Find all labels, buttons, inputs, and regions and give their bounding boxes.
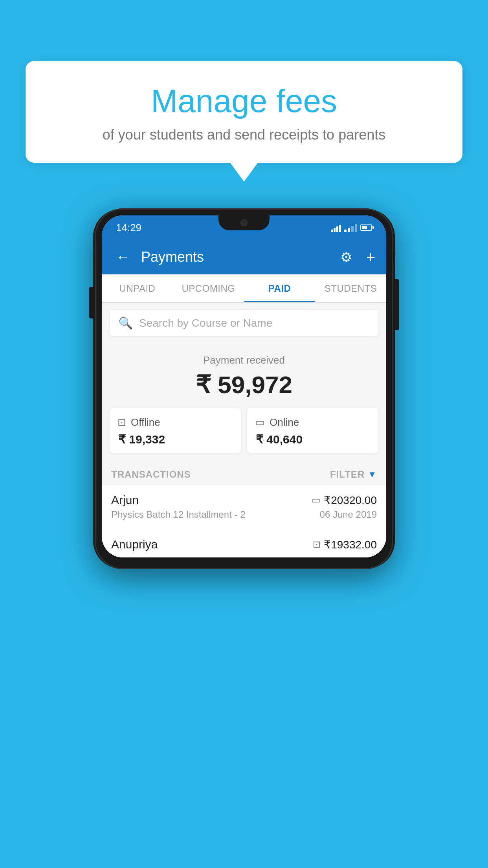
card-payment-icon: ▭ bbox=[312, 495, 321, 506]
status-time: 14:29 bbox=[116, 222, 141, 234]
tabs-bar: UNPAID UPCOMING PAID STUDENTS bbox=[102, 274, 386, 303]
status-bar: 14:29 bbox=[102, 215, 386, 240]
back-button[interactable]: ← bbox=[113, 246, 133, 268]
online-label: Online bbox=[270, 416, 299, 428]
amount-wrap-anupriya: ⊡ ₹19332.00 bbox=[313, 538, 377, 551]
transactions-label: TRANSACTIONS bbox=[111, 469, 191, 480]
search-placeholder: Search by Course or Name bbox=[139, 317, 272, 329]
phone-device: 14:29 bbox=[95, 208, 393, 569]
tab-unpaid[interactable]: UNPAID bbox=[102, 274, 173, 302]
online-amount: ₹ 40,640 bbox=[255, 432, 371, 446]
tab-paid[interactable]: PAID bbox=[244, 274, 315, 302]
notch bbox=[218, 215, 270, 230]
online-card: ▭ Online ₹ 40,640 bbox=[247, 408, 378, 453]
filter-icon: ▼ bbox=[368, 469, 377, 480]
transaction-date: 06 June 2019 bbox=[320, 509, 377, 520]
tab-upcoming[interactable]: UPCOMING bbox=[173, 274, 244, 302]
transaction-bottom-arjun: Physics Batch 12 Installment - 2 06 June… bbox=[111, 509, 377, 520]
transaction-top-anupriya: Anupriya ⊡ ₹19332.00 bbox=[111, 538, 377, 551]
signal-icon bbox=[344, 223, 357, 232]
background: Manage fees of your students and send re… bbox=[0, 0, 488, 868]
search-container: 🔍 Search by Course or Name bbox=[102, 303, 386, 343]
phone-body: 14:29 bbox=[95, 208, 393, 569]
header-title: Payments bbox=[141, 249, 332, 265]
cash-payment-icon: ⊡ bbox=[313, 539, 321, 550]
search-icon: 🔍 bbox=[118, 316, 133, 330]
transaction-name: Anupriya bbox=[111, 538, 158, 551]
table-row[interactable]: Arjun ▭ ₹20320.00 Physics Batch 12 Insta… bbox=[102, 485, 386, 529]
settings-icon[interactable]: ⚙ bbox=[340, 249, 352, 265]
speech-bubble: Manage fees of your students and send re… bbox=[26, 61, 462, 163]
payment-summary: Payment received ₹ 59,972 bbox=[102, 343, 386, 408]
filter-label: FILTER bbox=[330, 469, 365, 480]
phone-screen: 14:29 bbox=[102, 215, 386, 557]
amount-wrap-arjun: ▭ ₹20320.00 bbox=[312, 494, 377, 507]
cards-row: ⊡ Offline ₹ 19,332 ▭ Online ₹ 40,640 bbox=[102, 408, 386, 463]
offline-label: Offline bbox=[131, 416, 160, 428]
payment-label: Payment received bbox=[110, 354, 378, 366]
payment-amount: ₹ 59,972 bbox=[110, 370, 378, 399]
online-icon: ▭ bbox=[255, 416, 265, 428]
transaction-name: Arjun bbox=[111, 493, 139, 507]
wifi-icon bbox=[331, 223, 341, 232]
bubble-subtitle: of your students and send receipts to pa… bbox=[49, 127, 439, 143]
online-card-header: ▭ Online bbox=[255, 416, 371, 428]
camera bbox=[240, 219, 248, 226]
table-row[interactable]: Anupriya ⊡ ₹19332.00 bbox=[102, 529, 386, 557]
transaction-list: Arjun ▭ ₹20320.00 Physics Batch 12 Insta… bbox=[102, 485, 386, 557]
status-icons bbox=[331, 223, 372, 232]
filter-button[interactable]: FILTER ▼ bbox=[330, 469, 377, 480]
offline-card-header: ⊡ Offline bbox=[117, 416, 233, 428]
app-header: ← Payments ⚙ + bbox=[102, 240, 386, 274]
offline-card: ⊡ Offline ₹ 19,332 bbox=[110, 408, 241, 453]
transaction-top-arjun: Arjun ▭ ₹20320.00 bbox=[111, 493, 377, 507]
transactions-header: TRANSACTIONS FILTER ▼ bbox=[102, 463, 386, 485]
add-button[interactable]: + bbox=[366, 248, 375, 266]
tab-students[interactable]: STUDENTS bbox=[315, 274, 386, 302]
transaction-description: Physics Batch 12 Installment - 2 bbox=[111, 509, 245, 520]
bubble-title: Manage fees bbox=[49, 83, 439, 120]
battery-icon bbox=[360, 224, 372, 231]
search-bar[interactable]: 🔍 Search by Course or Name bbox=[110, 310, 378, 336]
offline-amount: ₹ 19,332 bbox=[117, 432, 233, 446]
offline-icon: ⊡ bbox=[117, 416, 126, 428]
transaction-amount: ₹20320.00 bbox=[324, 494, 377, 507]
transaction-amount: ₹19332.00 bbox=[324, 538, 377, 551]
